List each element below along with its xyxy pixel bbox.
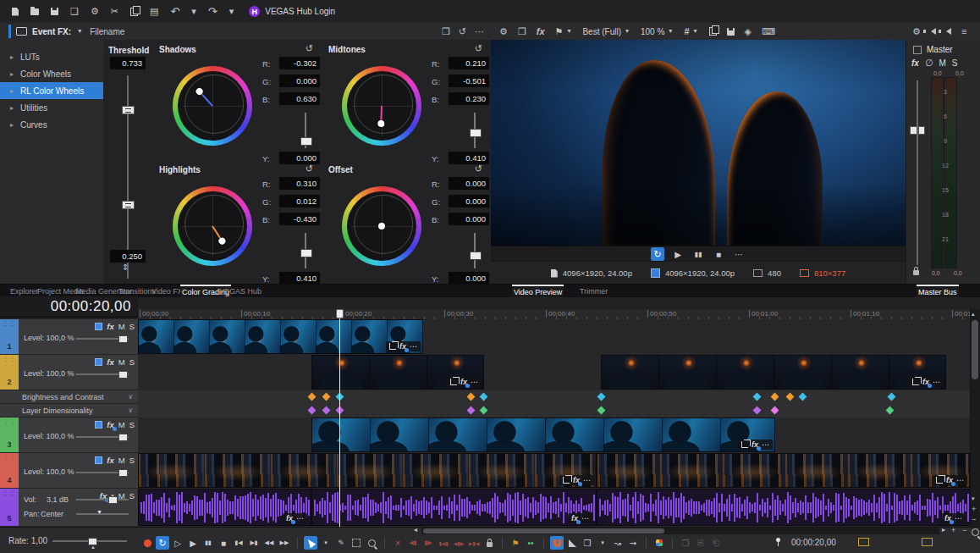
clip-fx-badge[interactable]: fx⋯ (283, 513, 307, 523)
compose-mode-icon[interactable] (95, 358, 102, 366)
wheel-b-value[interactable]: 0.230 (449, 92, 489, 105)
wheel-b-value[interactable]: -0.430 (279, 213, 320, 225)
tab-video-fx[interactable]: Video FX (150, 285, 184, 297)
clip-more-icon[interactable]: ⋯ (933, 378, 940, 386)
fx-automation-row[interactable]: Brightness and Contrast∨ (0, 390, 138, 404)
wheel-r-value[interactable]: -0.302 (279, 57, 320, 69)
trim-end-button[interactable]: ▮▶ (421, 536, 435, 550)
track-pan-slider[interactable] (76, 513, 129, 515)
wheel-y-handle[interactable] (300, 137, 312, 146)
track-solo-button[interactable]: S (129, 491, 135, 500)
snap-colors-button[interactable] (652, 536, 666, 550)
auto-ripple-dropdown-icon[interactable]: ▾ (596, 536, 609, 550)
preview-zoom-select[interactable]: 100 % (641, 27, 664, 36)
clip-fx-button[interactable]: fx (286, 514, 293, 523)
expand-arrow-icon[interactable]: ▸ (10, 53, 20, 61)
clip-fx-button[interactable]: fx (752, 440, 758, 449)
trim-start-button[interactable]: ◀▮ (406, 536, 420, 550)
wheel-y-value[interactable]: 0.000 (449, 272, 489, 285)
track-solo-button[interactable]: S (129, 322, 135, 331)
clip-more-icon[interactable]: ⋯ (583, 476, 591, 484)
wheel-reset-icon[interactable]: ↺ (475, 164, 482, 174)
more-options-icon[interactable]: ⋯ (475, 27, 484, 36)
expand-arrow-icon[interactable]: ▸ (10, 121, 20, 129)
master-fader-track[interactable] (917, 80, 918, 265)
loop-playback-button[interactable]: ↻ (156, 536, 169, 550)
track-vol-slider[interactable] (76, 499, 129, 500)
wheel-g-value[interactable]: 0.000 (449, 195, 489, 207)
tab-vegas-hub[interactable]: VEGAS Hub (217, 285, 263, 297)
vscroll-down-icon[interactable]: ▾ (972, 495, 975, 501)
cut-icon[interactable]: ✂ (111, 7, 118, 16)
threshold-low-value[interactable]: 0.250 (110, 250, 146, 263)
wheel-r-value[interactable]: 0.000 (449, 177, 489, 190)
external-edit-icon[interactable]: ❑ (70, 7, 79, 16)
undo-icon[interactable]: ↶ (170, 6, 179, 17)
slide-button[interactable]: ▶▮◀ (467, 536, 481, 550)
mixer-icon[interactable]: ≡ (961, 27, 966, 36)
envelope-a-button[interactable]: ↝ (611, 536, 625, 550)
track-level-handle[interactable] (118, 434, 128, 441)
sidebar-item-utilities[interactable]: ▸Utilities (0, 99, 103, 116)
collapse-icon[interactable]: ∨ (128, 393, 133, 401)
grid-dropdown-icon[interactable]: ▾ (694, 28, 697, 35)
clip-more-icon[interactable]: ⋯ (296, 514, 304, 523)
master-link-icon[interactable]: ∅ (925, 58, 933, 68)
zoom-dropdown-icon[interactable]: ▾ (669, 28, 672, 35)
master-lock-icon[interactable] (913, 267, 919, 275)
fast-forward-button[interactable]: ▶▶ (278, 536, 291, 550)
track-header-4[interactable]: ⋮⋮4fxMSLevel: 100,0 % (0, 453, 138, 489)
hzoom-fit-icon[interactable] (972, 528, 979, 536)
insert-region-button[interactable]: •• (524, 536, 537, 550)
track-grip-icon[interactable]: ⋮⋮ (0, 356, 19, 362)
video-clip[interactable]: fx⋯ (138, 453, 597, 488)
loudness-icon[interactable]: ◈ (745, 27, 752, 36)
selection-tool-button[interactable] (350, 536, 363, 550)
track-level-handle[interactable] (118, 469, 128, 477)
clip-more-icon[interactable]: ⋯ (762, 440, 769, 449)
color-wheel[interactable] (342, 186, 421, 266)
downmix-icon[interactable] (931, 28, 936, 35)
save-snapshot-icon[interactable] (727, 28, 735, 36)
master-mute-button[interactable]: M (939, 58, 946, 68)
threshold-high-value[interactable]: 0.733 (110, 57, 146, 69)
collapse-icon[interactable]: ∨ (128, 406, 133, 414)
clip-more-icon[interactable]: ⋯ (410, 342, 417, 351)
play-button[interactable]: ▶ (186, 536, 200, 550)
video-clip[interactable]: fx⋯ (311, 355, 484, 390)
track-header-3[interactable]: ⋮⋮3fxMSLevel: 100,0 % (0, 418, 138, 453)
redo-icon[interactable]: ↷ (208, 6, 217, 17)
video-clip[interactable]: fx⋯ (601, 355, 946, 390)
video-clip[interactable]: fx⋯ (138, 319, 423, 354)
paste-over-button[interactable]: ⎗ (709, 536, 723, 550)
settings-icon[interactable]: ⚙ (912, 27, 921, 36)
clip-fx-button[interactable]: fx (944, 514, 951, 523)
audio-clip[interactable]: fx⋯ (597, 489, 970, 526)
clip-fx-button[interactable]: fx (946, 476, 953, 484)
track-solo-button[interactable]: S (129, 420, 135, 429)
paste-insert-button[interactable]: ⎘ (694, 536, 707, 550)
new-file-icon[interactable] (12, 8, 19, 16)
threshold-handle-high[interactable] (122, 106, 135, 114)
compose-mode-icon[interactable] (95, 456, 102, 464)
envelope-b-button[interactable]: ⇝ (626, 536, 640, 550)
save-icon[interactable] (51, 8, 58, 15)
wheel-y-slider[interactable] (474, 233, 476, 268)
track-fx-button[interactable]: fx (107, 322, 113, 331)
master-fader-handle[interactable] (910, 126, 925, 134)
track-header-2[interactable]: ⋮⋮2fxMSLevel: 100,0 % (0, 355, 138, 390)
clip-tools-badge[interactable]: fx⋯ (933, 475, 967, 485)
wheel-g-value[interactable]: 0.000 (279, 75, 320, 87)
reset-chain-icon[interactable]: ↺ (459, 27, 466, 36)
video-clip[interactable]: fx⋯ (311, 418, 775, 452)
tab-master-bus[interactable]: Master Bus (917, 285, 959, 297)
clip-tools-badge[interactable]: fx⋯ (447, 377, 482, 387)
color-wheel[interactable] (173, 186, 252, 266)
clip-more-icon[interactable]: ⋯ (955, 514, 962, 523)
overlay-flag-icon[interactable]: ⚑ (555, 27, 564, 36)
quality-dropdown-icon[interactable]: ▾ (625, 28, 629, 35)
wheel-reset-icon[interactable]: ↺ (306, 164, 313, 174)
stop-button[interactable]: ■ (217, 536, 230, 550)
video-clip[interactable]: fx⋯ (597, 453, 970, 488)
edit-tool-button[interactable] (304, 536, 317, 550)
